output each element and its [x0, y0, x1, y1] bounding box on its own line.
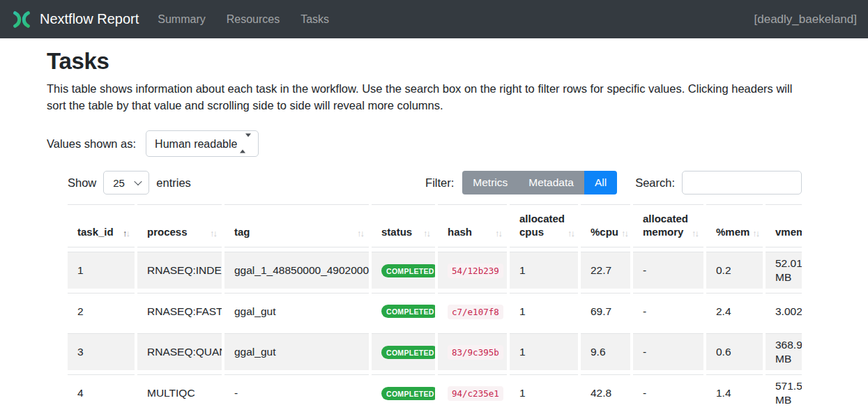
values-shown-label: Values shown as: — [47, 137, 136, 151]
filter-button-group: MetricsMetadataAll — [462, 171, 617, 194]
search-label: Search: — [635, 176, 675, 190]
column-label: tag — [234, 225, 250, 238]
column-header-process[interactable]: process↑↓ — [137, 204, 222, 247]
filter-label: Filter: — [425, 176, 454, 190]
cell-pct_mem: 0.2 — [706, 252, 763, 289]
cell-vmem: 3.002 — [766, 293, 802, 329]
sort-icon: ↑↓ — [752, 228, 759, 238]
filter-metrics-button[interactable]: Metrics — [462, 171, 518, 194]
cell-allocated_memory: - — [633, 333, 703, 370]
column-header-tag[interactable]: tag↑↓ — [224, 204, 369, 247]
navbar: Nextflow Report SummaryResourcesTasks [d… — [0, 0, 868, 38]
sort-icon: ↑↓ — [357, 228, 363, 238]
cell-allocated_memory: - — [633, 252, 703, 289]
cell-hash: 54/12b239 — [438, 252, 507, 289]
cell-vmem: 571.58 MB — [766, 374, 802, 411]
filter-metadata-button[interactable]: Metadata — [518, 171, 584, 194]
sort-icon: ↑↓ — [123, 228, 129, 238]
main-content: Tasks This table shows information about… — [0, 48, 868, 412]
hash-code: 83/9c395b — [448, 345, 503, 360]
status-badge: COMPLETED — [381, 346, 435, 359]
cell-allocated_cpus: 1 — [510, 293, 578, 329]
column-label: %cpu — [591, 225, 618, 238]
cell-hash: c7/e107f8 — [438, 293, 507, 329]
page-description: This table shows information about each … — [47, 80, 814, 114]
column-header-task_id[interactable]: task_id↑↓ — [68, 204, 135, 247]
tasks-table: task_id↑↓process↑↓tag↑↓status↑↓hash↑↓all… — [68, 201, 802, 412]
page-title: Tasks — [47, 48, 821, 75]
cell-process: RNASEQ:FASTQC — [137, 293, 222, 329]
cell-status: COMPLETED — [372, 333, 435, 370]
cell-allocated_cpus: 1 — [510, 252, 578, 289]
cell-hash: 83/9c395b — [438, 333, 507, 370]
cell-status: COMPLETED — [372, 293, 435, 329]
cell-pct_cpu: 9.6 — [581, 333, 630, 370]
column-header-pct_mem[interactable]: %mem↑↓ — [706, 204, 763, 247]
column-label: hash — [448, 225, 472, 238]
show-entries-select[interactable]: 25 — [104, 171, 149, 194]
status-badge: COMPLETED — [381, 264, 435, 277]
cell-allocated_cpus: 1 — [510, 333, 578, 370]
column-header-pct_cpu[interactable]: %cpu↑↓ — [581, 204, 630, 247]
search-input[interactable] — [682, 171, 802, 194]
column-label: status — [381, 225, 412, 238]
cell-pct_mem: 1.4 — [706, 374, 763, 411]
sort-icon: ↑↓ — [621, 228, 627, 238]
cell-task_id: 4 — [68, 374, 135, 411]
cell-tag: ggal_gut — [224, 333, 369, 370]
cell-allocated_memory: - — [633, 293, 703, 329]
cell-pct_cpu: 22.7 — [581, 252, 630, 289]
entries-label: entries — [156, 176, 191, 190]
column-label: allocated memory — [643, 212, 689, 238]
cell-tag: ggal_1_48850000_49020000 — [224, 252, 369, 289]
nextflow-logo-icon — [11, 9, 32, 30]
table-row: 4MULTIQC-COMPLETED94/c235e1142.8-1.4571.… — [68, 374, 802, 411]
hash-code: 94/c235e1 — [448, 386, 503, 401]
cell-pct_mem: 0.6 — [706, 333, 763, 370]
nav-link-resources[interactable]: Resources — [227, 13, 280, 26]
navbar-brand[interactable]: Nextflow Report — [40, 11, 139, 27]
cell-tag: ggal_gut — [224, 293, 369, 329]
nav-link-summary[interactable]: Summary — [158, 13, 205, 26]
cell-status: COMPLETED — [372, 252, 435, 289]
navbar-links: SummaryResourcesTasks — [158, 13, 329, 26]
cell-process: MULTIQC — [137, 374, 222, 411]
table-row: 2RNASEQ:FASTQCggal_gutCOMPLETEDc7/e107f8… — [68, 293, 802, 329]
run-name: [deadly_baekeland] — [754, 13, 857, 26]
column-label: %mem — [716, 225, 749, 238]
column-header-vmem[interactable]: vmem↑↓ — [766, 204, 802, 247]
cell-allocated_cpus: 1 — [510, 374, 578, 411]
sort-icon: ↑↓ — [495, 228, 501, 238]
status-badge: COMPLETED — [381, 305, 435, 318]
cell-pct_cpu: 42.8 — [581, 374, 630, 411]
sort-icon: ↑↓ — [210, 228, 216, 238]
cell-task_id: 2 — [68, 293, 135, 329]
column-label: vmem — [775, 225, 802, 238]
sort-icon: ↑↓ — [568, 228, 574, 238]
cell-vmem: 368.95 MB — [766, 333, 802, 370]
cell-tag: - — [224, 374, 369, 411]
nav-link-tasks[interactable]: Tasks — [300, 13, 329, 26]
values-shown-select[interactable]: Human readable — [146, 131, 258, 156]
column-label: allocated cpus — [519, 212, 565, 238]
cell-pct_mem: 2.4 — [706, 293, 763, 329]
hash-code: c7/e107f8 — [448, 305, 503, 319]
show-label: Show — [68, 176, 96, 190]
cell-process: RNASEQ:QUANT — [137, 333, 222, 370]
column-header-allocated_memory[interactable]: allocated memory↑↓ — [633, 204, 703, 247]
table-scroll-body[interactable]: task_id↑↓process↑↓tag↑↓status↑↓hash↑↓all… — [68, 201, 802, 412]
cell-hash: 94/c235e1 — [438, 374, 507, 411]
column-header-status[interactable]: status↑↓ — [372, 204, 435, 247]
sort-icon: ↑↓ — [692, 228, 698, 238]
column-label: process — [147, 225, 188, 238]
cell-allocated_memory: - — [633, 374, 703, 411]
sort-icon: ↑↓ — [423, 228, 429, 238]
status-badge: COMPLETED — [381, 387, 435, 400]
filter-all-button[interactable]: All — [584, 171, 617, 194]
table-row: 3RNASEQ:QUANTggal_gutCOMPLETED83/9c395b1… — [68, 333, 802, 370]
column-header-hash[interactable]: hash↑↓ — [438, 204, 507, 247]
column-header-allocated_cpus[interactable]: allocated cpus↑↓ — [510, 204, 578, 247]
cell-task_id: 1 — [68, 252, 135, 289]
cell-task_id: 3 — [68, 333, 135, 370]
cell-vmem: 52.016 MB — [766, 252, 802, 289]
